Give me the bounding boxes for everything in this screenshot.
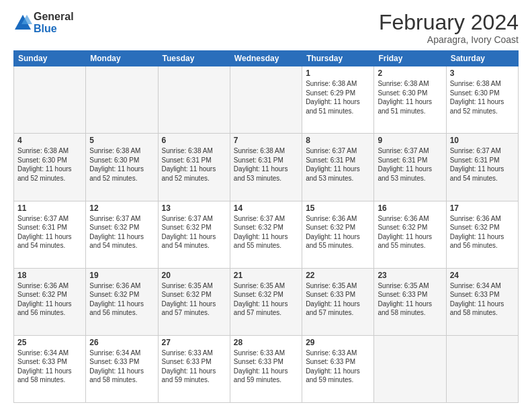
calendar-cell (86, 66, 158, 134)
calendar-cell: 20Sunrise: 6:35 AM Sunset: 6:32 PM Dayli… (158, 268, 230, 335)
day-info: Sunrise: 6:37 AM Sunset: 6:32 PM Dayligh… (234, 214, 298, 250)
day-info: Sunrise: 6:38 AM Sunset: 6:31 PM Dayligh… (234, 146, 298, 183)
calendar-cell: 13Sunrise: 6:37 AM Sunset: 6:32 PM Dayli… (158, 201, 230, 268)
day-info: Sunrise: 6:35 AM Sunset: 6:33 PM Dayligh… (378, 281, 442, 318)
calendar-cell: 23Sunrise: 6:35 AM Sunset: 6:33 PM Dayli… (374, 268, 446, 335)
day-number: 5 (89, 136, 154, 145)
day-number: 24 (450, 271, 515, 280)
calendar-cell (446, 335, 518, 402)
day-number: 27 (162, 338, 226, 347)
calendar-cell: 12Sunrise: 6:37 AM Sunset: 6:32 PM Dayli… (86, 201, 158, 268)
day-info: Sunrise: 6:33 AM Sunset: 6:33 PM Dayligh… (162, 349, 226, 385)
day-number: 17 (450, 203, 515, 213)
page: General Blue February 2024 Aparagra, Ivo… (0, 0, 532, 411)
day-number: 16 (378, 203, 442, 213)
day-number: 12 (89, 203, 154, 213)
day-info: Sunrise: 6:36 AM Sunset: 6:32 PM Dayligh… (17, 281, 82, 318)
calendar-body: 1Sunrise: 6:38 AM Sunset: 6:29 PM Daylig… (14, 66, 519, 403)
day-number: 13 (162, 203, 226, 213)
weekday-header: Sunday (14, 51, 86, 66)
calendar-cell: 10Sunrise: 6:37 AM Sunset: 6:31 PM Dayli… (446, 134, 518, 201)
calendar-week-row: 25Sunrise: 6:34 AM Sunset: 6:33 PM Dayli… (14, 335, 519, 402)
calendar-cell: 25Sunrise: 6:34 AM Sunset: 6:33 PM Dayli… (14, 335, 86, 402)
day-info: Sunrise: 6:36 AM Sunset: 6:32 PM Dayligh… (306, 214, 370, 250)
logo-icon (13, 13, 32, 32)
weekday-header: Tuesday (158, 51, 230, 66)
day-number: 22 (306, 271, 370, 280)
day-number: 21 (234, 271, 298, 280)
calendar-cell: 7Sunrise: 6:38 AM Sunset: 6:31 PM Daylig… (230, 134, 302, 201)
title-block: February 2024 Aparagra, Ivory Coast (379, 11, 519, 45)
calendar-cell: 9Sunrise: 6:37 AM Sunset: 6:31 PM Daylig… (374, 134, 446, 201)
day-info: Sunrise: 6:36 AM Sunset: 6:32 PM Dayligh… (450, 214, 515, 250)
day-info: Sunrise: 6:38 AM Sunset: 6:30 PM Dayligh… (450, 79, 515, 116)
day-number: 15 (306, 203, 370, 213)
day-info: Sunrise: 6:34 AM Sunset: 6:33 PM Dayligh… (89, 349, 154, 385)
calendar-cell: 19Sunrise: 6:36 AM Sunset: 6:32 PM Dayli… (86, 268, 158, 335)
day-info: Sunrise: 6:36 AM Sunset: 6:32 PM Dayligh… (378, 214, 442, 250)
logo-blue: Blue (34, 23, 74, 35)
calendar-week-row: 18Sunrise: 6:36 AM Sunset: 6:32 PM Dayli… (14, 268, 519, 335)
day-number: 29 (306, 338, 370, 347)
day-info: Sunrise: 6:38 AM Sunset: 6:30 PM Dayligh… (378, 79, 442, 116)
day-info: Sunrise: 6:37 AM Sunset: 6:31 PM Dayligh… (450, 146, 515, 183)
calendar-cell: 26Sunrise: 6:34 AM Sunset: 6:33 PM Dayli… (86, 335, 158, 402)
day-number: 14 (234, 203, 298, 213)
calendar-cell: 3Sunrise: 6:38 AM Sunset: 6:30 PM Daylig… (446, 66, 518, 134)
calendar-cell (158, 66, 230, 134)
day-number: 3 (450, 68, 515, 78)
day-number: 20 (162, 271, 226, 280)
calendar-cell: 15Sunrise: 6:36 AM Sunset: 6:32 PM Dayli… (302, 201, 374, 268)
calendar-header-row: SundayMondayTuesdayWednesdayThursdayFrid… (14, 51, 519, 66)
calendar-cell: 16Sunrise: 6:36 AM Sunset: 6:32 PM Dayli… (374, 201, 446, 268)
calendar-cell (374, 335, 446, 402)
subtitle: Aparagra, Ivory Coast (379, 34, 519, 45)
day-number: 11 (17, 203, 82, 213)
day-number: 8 (306, 136, 370, 145)
calendar-cell: 14Sunrise: 6:37 AM Sunset: 6:32 PM Dayli… (230, 201, 302, 268)
calendar-cell: 21Sunrise: 6:35 AM Sunset: 6:32 PM Dayli… (230, 268, 302, 335)
calendar-cell: 8Sunrise: 6:37 AM Sunset: 6:31 PM Daylig… (302, 134, 374, 201)
calendar-cell: 22Sunrise: 6:35 AM Sunset: 6:33 PM Dayli… (302, 268, 374, 335)
day-number: 10 (450, 136, 515, 145)
main-title: February 2024 (379, 11, 519, 34)
logo-general: General (34, 11, 74, 23)
calendar-cell (230, 66, 302, 134)
day-info: Sunrise: 6:33 AM Sunset: 6:33 PM Dayligh… (306, 349, 370, 385)
day-info: Sunrise: 6:35 AM Sunset: 6:33 PM Dayligh… (306, 281, 370, 318)
calendar-cell: 24Sunrise: 6:34 AM Sunset: 6:33 PM Dayli… (446, 268, 518, 335)
day-info: Sunrise: 6:34 AM Sunset: 6:33 PM Dayligh… (17, 349, 82, 385)
day-number: 6 (162, 136, 226, 145)
day-info: Sunrise: 6:37 AM Sunset: 6:32 PM Dayligh… (162, 214, 226, 250)
calendar-cell: 6Sunrise: 6:38 AM Sunset: 6:31 PM Daylig… (158, 134, 230, 201)
day-info: Sunrise: 6:38 AM Sunset: 6:29 PM Dayligh… (306, 79, 370, 116)
calendar-cell: 11Sunrise: 6:37 AM Sunset: 6:31 PM Dayli… (14, 201, 86, 268)
calendar-cell: 29Sunrise: 6:33 AM Sunset: 6:33 PM Dayli… (302, 335, 374, 402)
weekday-header: Thursday (302, 51, 374, 66)
calendar-cell: 18Sunrise: 6:36 AM Sunset: 6:32 PM Dayli… (14, 268, 86, 335)
day-number: 4 (17, 136, 82, 145)
day-info: Sunrise: 6:38 AM Sunset: 6:31 PM Dayligh… (162, 146, 226, 183)
calendar-cell: 5Sunrise: 6:38 AM Sunset: 6:30 PM Daylig… (86, 134, 158, 201)
weekday-header: Saturday (446, 51, 518, 66)
calendar-cell: 2Sunrise: 6:38 AM Sunset: 6:30 PM Daylig… (374, 66, 446, 134)
day-info: Sunrise: 6:36 AM Sunset: 6:32 PM Dayligh… (89, 281, 154, 318)
header: General Blue February 2024 Aparagra, Ivo… (13, 11, 519, 45)
day-number: 7 (234, 136, 298, 145)
day-info: Sunrise: 6:35 AM Sunset: 6:32 PM Dayligh… (162, 281, 226, 318)
day-info: Sunrise: 6:37 AM Sunset: 6:31 PM Dayligh… (17, 214, 82, 250)
logo-text: General Blue (34, 11, 74, 34)
day-number: 9 (378, 136, 442, 145)
calendar-cell: 4Sunrise: 6:38 AM Sunset: 6:30 PM Daylig… (14, 134, 86, 201)
day-number: 26 (89, 338, 154, 347)
weekday-header: Friday (374, 51, 446, 66)
calendar-cell (14, 66, 86, 134)
day-info: Sunrise: 6:38 AM Sunset: 6:30 PM Dayligh… (17, 146, 82, 183)
day-number: 23 (378, 271, 442, 280)
calendar-cell: 27Sunrise: 6:33 AM Sunset: 6:33 PM Dayli… (158, 335, 230, 402)
day-number: 2 (378, 68, 442, 78)
day-number: 28 (234, 338, 298, 347)
day-number: 18 (17, 271, 82, 280)
logo: General Blue (13, 11, 74, 34)
calendar-cell: 28Sunrise: 6:33 AM Sunset: 6:33 PM Dayli… (230, 335, 302, 402)
